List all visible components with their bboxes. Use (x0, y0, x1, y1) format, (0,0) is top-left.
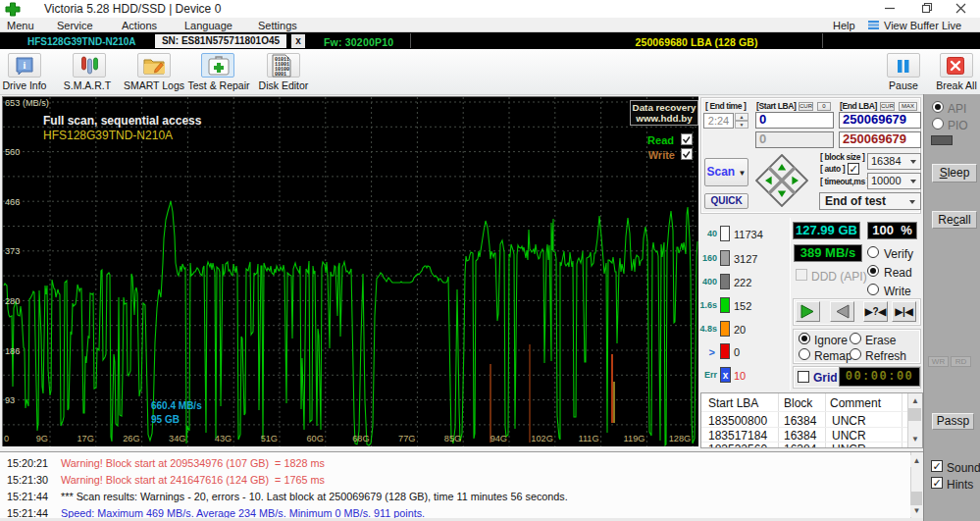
svg-text:77G: 77G (398, 434, 415, 443)
svg-text:9G: 9G (36, 434, 48, 443)
svg-text:Data recovery: Data recovery (633, 102, 696, 113)
svg-text:17G: 17G (77, 434, 93, 443)
svg-text:68G: 68G (352, 434, 369, 443)
svg-text:HFS128G39TND-N210A: HFS128G39TND-N210A (43, 129, 173, 142)
svg-text:Read: Read (647, 134, 674, 146)
svg-text:94G: 94G (490, 434, 507, 443)
svg-text:93: 93 (5, 395, 15, 405)
svg-text:186: 186 (5, 346, 20, 356)
svg-text:85G: 85G (444, 434, 461, 443)
svg-text:111G: 111G (578, 434, 598, 443)
svg-text:26G: 26G (123, 434, 139, 443)
svg-text:660.4 MB/s: 660.4 MB/s (151, 400, 202, 411)
svg-text:Write: Write (648, 149, 675, 161)
svg-text:i: i (24, 60, 26, 71)
svg-text:51G: 51G (261, 434, 278, 443)
svg-text:60G: 60G (306, 434, 323, 443)
svg-text:466: 466 (5, 197, 20, 207)
svg-text:653 (MB/s): 653 (MB/s) (5, 98, 49, 108)
svg-text:0: 0 (4, 434, 9, 443)
svg-text:www.hdd.by: www.hdd.by (635, 113, 693, 124)
svg-text:280: 280 (5, 296, 20, 306)
svg-text:560: 560 (5, 147, 20, 157)
svg-text:373: 373 (5, 246, 20, 256)
svg-text:34G: 34G (169, 434, 185, 443)
svg-text:128G: 128G (669, 434, 691, 443)
svg-text:102G: 102G (531, 434, 552, 443)
svg-text:119G: 119G (624, 434, 645, 443)
svg-text:43G: 43G (215, 434, 232, 443)
svg-text:Full scan, sequential access: Full scan, sequential access (43, 114, 202, 128)
svg-text:0001: 0001 (275, 72, 286, 78)
svg-text:95 GB: 95 GB (151, 414, 180, 425)
